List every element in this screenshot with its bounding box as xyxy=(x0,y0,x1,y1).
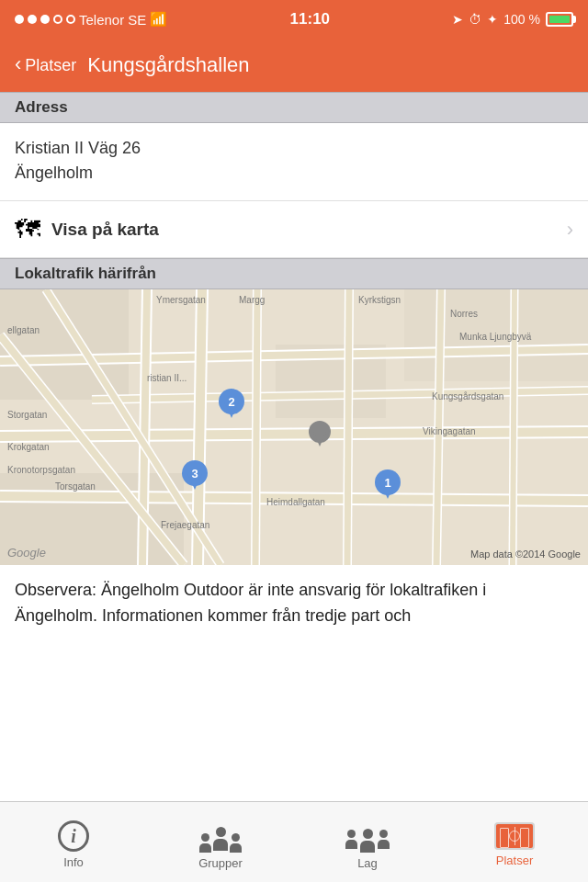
tab-platser[interactable]: Platser xyxy=(441,817,588,867)
dot-1 xyxy=(15,15,24,24)
svg-text:Frejaegatan: Frejaegatan xyxy=(161,520,209,530)
address-content: Kristian II Väg 26 Ängelholm xyxy=(0,123,588,201)
svg-text:3: 3 xyxy=(191,467,198,481)
clock: 11:10 xyxy=(290,10,330,28)
tab-grupper-label: Grupper xyxy=(198,856,243,870)
svg-text:Torsgatan: Torsgatan xyxy=(55,481,96,492)
status-bar: Telenor SE 📶 11:10 ➤ ⏱ ✦ 100 % xyxy=(0,0,588,39)
tab-info-label: Info xyxy=(63,855,84,869)
map-link-row[interactable]: 🗺 Visa på karta › xyxy=(0,201,588,258)
signal-dots xyxy=(15,15,75,24)
map-container[interactable]: ellgatan Storgatan Krokgatan Kronotorpsg… xyxy=(0,289,588,565)
tab-info[interactable]: i Info xyxy=(0,815,147,869)
notice-text: Observera: Ängelholm Outdoor är inte ans… xyxy=(0,565,588,639)
address-section-header: Adress xyxy=(0,92,588,123)
svg-text:Norres: Norres xyxy=(450,309,478,319)
address-line2: Ängelholm xyxy=(15,161,573,186)
svg-text:Krokgatan: Krokgatan xyxy=(7,442,50,452)
map-link-label: Visa på karta xyxy=(51,220,567,240)
status-left: Telenor SE 📶 xyxy=(15,11,167,28)
dot-3 xyxy=(40,15,50,24)
page-title: Kungsgårdshallen xyxy=(87,53,249,77)
info-icon: i xyxy=(58,820,89,852)
back-arrow-icon: ‹ xyxy=(15,52,21,76)
location-icon: ➤ xyxy=(452,12,463,27)
tab-bar: i Info Grupper xyxy=(0,801,588,882)
tab-platser-label: Platser xyxy=(496,854,533,867)
battery-icon xyxy=(546,12,573,27)
svg-text:2: 2 xyxy=(228,395,234,409)
svg-text:1: 1 xyxy=(384,476,390,490)
svg-text:Storgatan: Storgatan xyxy=(7,410,47,420)
grupper-icon xyxy=(199,820,242,853)
transit-section-header: Lokaltrafik härifrån xyxy=(0,258,588,289)
svg-line-20 xyxy=(347,289,349,565)
tab-lag[interactable]: Lag xyxy=(294,814,441,870)
back-button[interactable]: ‹ Platser xyxy=(15,54,76,76)
nav-bar: ‹ Platser Kungsgårdshallen xyxy=(0,39,588,92)
google-logo: Google xyxy=(7,546,46,560)
svg-text:ristian II...: ristian II... xyxy=(147,373,187,383)
battery-label: 100 % xyxy=(503,12,540,27)
chevron-right-icon: › xyxy=(567,218,573,242)
svg-text:Munka Ljungbyvä: Munka Ljungbyvä xyxy=(459,332,532,342)
tab-lag-label: Lag xyxy=(357,856,378,870)
svg-text:Ymersgatan: Ymersgatan xyxy=(156,295,206,305)
carrier-label: Telenor SE xyxy=(79,12,146,28)
map-icon: 🗺 xyxy=(15,214,40,244)
svg-text:Heimdallgatan: Heimdallgatan xyxy=(266,497,325,507)
map-svg: ellgatan Storgatan Krokgatan Kronotorpsg… xyxy=(0,289,588,565)
svg-text:Margg: Margg xyxy=(239,295,265,305)
svg-line-24 xyxy=(513,289,514,565)
lag-icon xyxy=(345,820,390,853)
platser-icon xyxy=(494,822,535,850)
back-label: Platser xyxy=(25,56,76,75)
svg-line-18 xyxy=(255,289,257,565)
svg-text:Vikingagatan: Vikingagatan xyxy=(423,426,476,436)
map-attribution: Map data ©2014 Google xyxy=(470,548,581,560)
svg-line-8 xyxy=(0,432,588,436)
status-right: ➤ ⏱ ✦ 100 % xyxy=(452,12,573,27)
address-line1: Kristian II Väg 26 xyxy=(15,136,573,161)
svg-text:Kronotorpsgatan: Kronotorpsgatan xyxy=(7,465,75,475)
bluetooth-icon: ✦ xyxy=(487,12,498,27)
dot-4 xyxy=(53,15,62,24)
svg-text:ellgatan: ellgatan xyxy=(7,325,40,335)
dot-5 xyxy=(66,15,75,24)
svg-text:Kyrkstigsn: Kyrkstigsn xyxy=(358,295,401,305)
alarm-icon: ⏱ xyxy=(469,12,481,27)
tab-grupper[interactable]: Grupper xyxy=(147,814,294,870)
wifi-icon: 📶 xyxy=(150,11,167,28)
svg-text:Kungsgårdsgatan: Kungsgårdsgatan xyxy=(432,391,503,401)
dot-2 xyxy=(28,15,37,24)
